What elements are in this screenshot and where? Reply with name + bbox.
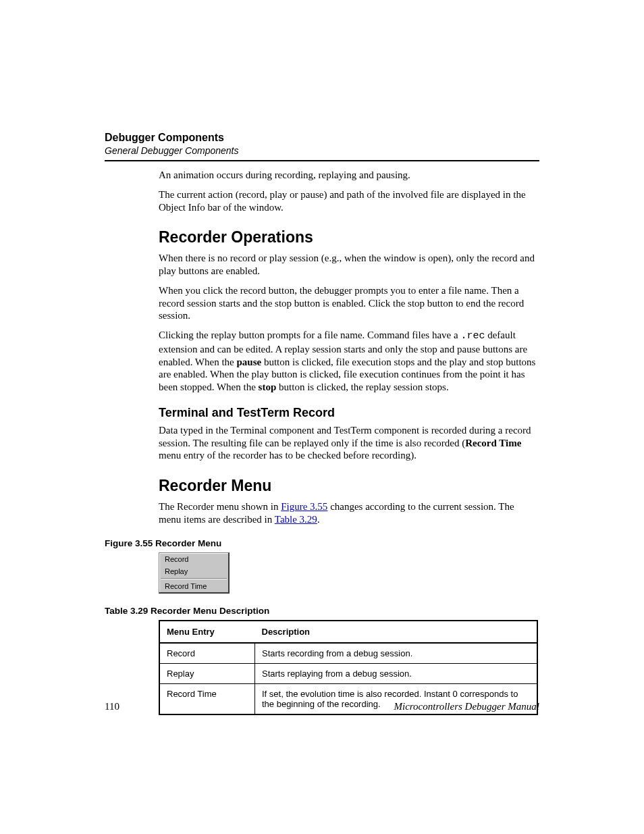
body-column: An animation occurs during recording, re… — [159, 169, 538, 715]
code-rec-ext: .rec — [460, 330, 485, 342]
link-figure-3-55[interactable]: Figure 3.55 — [281, 501, 327, 512]
recorder-ops-p1: When there is no record or play session … — [159, 252, 538, 278]
menu-item-replay[interactable]: Replay — [159, 565, 228, 577]
heading-terminal-testterm: Terminal and TestTerm Record — [159, 406, 538, 420]
section-title: General Debugger Components — [105, 145, 539, 156]
text: menu entry of the recorder has to be che… — [159, 450, 417, 461]
recorder-menu-p1: The Recorder menu shown in Figure 3.55 c… — [159, 500, 538, 526]
terminal-p1: Data typed in the Terminal component and… — [159, 424, 538, 462]
header-rule — [105, 160, 539, 161]
recorder-menu-popup: Record Replay Record Time — [159, 552, 230, 594]
table-caption: Table 3.29 Recorder Menu Description — [105, 606, 538, 616]
col-header-description: Description — [255, 621, 538, 643]
col-header-menu-entry: Menu Entry — [159, 621, 255, 643]
running-header: Debugger Components General Debugger Com… — [105, 132, 539, 161]
page: Debugger Components General Debugger Com… — [0, 0, 644, 834]
page-footer: 110 Microcontrollers Debugger Manual — [105, 701, 539, 712]
heading-recorder-menu: Recorder Menu — [159, 477, 538, 495]
page-number: 110 — [105, 701, 119, 712]
cell-desc: Starts replaying from a debug session. — [255, 663, 538, 683]
menu-item-record-time[interactable]: Record Time — [159, 580, 228, 592]
intro-paragraph-2: The current action (record, play or paus… — [159, 188, 538, 214]
text: button is clicked, the replay session st… — [276, 382, 448, 392]
manual-title: Microcontrollers Debugger Manual — [394, 701, 539, 712]
text: The Recorder menu shown in — [159, 501, 281, 512]
text: Clicking the replay button prompts for a… — [159, 330, 460, 340]
link-table-3-29[interactable]: Table 3.29 — [275, 514, 317, 525]
heading-recorder-operations: Recorder Operations — [159, 228, 538, 246]
bold-stop: stop — [259, 382, 277, 392]
recorder-ops-p2: When you click the record button, the de… — [159, 284, 538, 322]
chapter-title: Debugger Components — [105, 132, 539, 144]
intro-paragraph-1: An animation occurs during recording, re… — [159, 169, 538, 182]
text: . — [317, 514, 320, 525]
cell-entry: Replay — [159, 663, 255, 683]
bold-record-time: Record Time — [465, 438, 521, 448]
table-row: Record Starts recording from a debug ses… — [159, 643, 537, 664]
table-header-row: Menu Entry Description — [159, 621, 537, 643]
cell-entry: Record — [159, 643, 255, 664]
menu-item-record[interactable]: Record — [159, 553, 228, 565]
recorder-ops-p3: Clicking the replay button prompts for a… — [159, 329, 538, 394]
figure-caption: Figure 3.55 Recorder Menu — [105, 538, 538, 548]
bold-pause: pause — [237, 357, 262, 367]
cell-desc: Starts recording from a debug session. — [255, 643, 538, 664]
table-row: Replay Starts replaying from a debug ses… — [159, 663, 537, 683]
menu-separator — [161, 578, 227, 579]
